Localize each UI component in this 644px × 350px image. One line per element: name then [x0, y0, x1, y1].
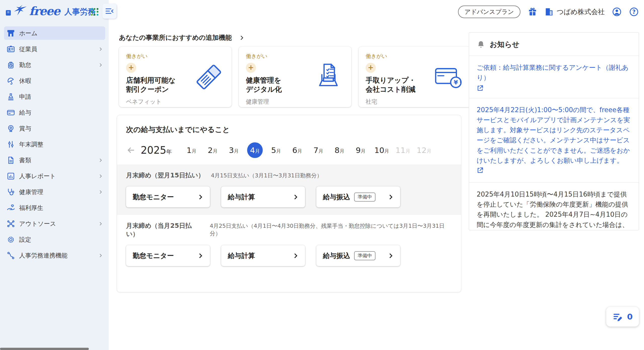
- chevron-right-icon: [293, 194, 298, 200]
- outsource-network-icon: [7, 219, 15, 228]
- salary-transfer-button[interactable]: 給与振込 準備中: [316, 245, 400, 266]
- salary-calculation-button[interactable]: 給与計算: [221, 186, 305, 207]
- sidebar-item-settings[interactable]: 設定: [4, 233, 105, 246]
- svg-text:?: ?: [632, 9, 635, 15]
- salary-calculation-button[interactable]: 給与計算: [221, 245, 305, 266]
- month-4-selected[interactable]: 4月: [247, 142, 263, 158]
- chevron-right-icon: [99, 158, 103, 162]
- recommend-title-text: あなたの事業所におすすめの追加機能: [119, 33, 232, 42]
- month-10[interactable]: 10月: [371, 142, 392, 158]
- sidebar-item-vacation[interactable]: 休暇: [4, 74, 105, 87]
- chevron-right-icon: [388, 194, 394, 200]
- building-icon: [545, 7, 554, 16]
- sidebar-item-home[interactable]: ホーム: [4, 26, 105, 40]
- health-stethoscope-icon: [7, 188, 15, 196]
- sidebar-item-hr-report[interactable]: 人事レポート: [4, 169, 105, 183]
- sidebar-nav: ホーム 従業員 勤怠 休暇 申請 給与: [4, 26, 105, 265]
- attendance-monitor-button[interactable]: 勤怠モニター: [126, 186, 210, 207]
- wallet-yen-icon: ¥: [432, 60, 465, 93]
- sidebar-item-attendance[interactable]: 勤怠: [4, 58, 105, 72]
- month-selector: 2025年 1月 2月 3月 4月 5月 6月 7月 8月 9月 10月 11月…: [126, 142, 452, 158]
- year-end-adjustment-icon: [7, 140, 15, 149]
- card-housing[interactable]: 働きがい + 手取りアップ・会社コスト削減 社宅 ¥: [359, 47, 471, 107]
- status-badge: 準備中: [354, 251, 375, 260]
- sidebar-item-outsource[interactable]: アウトソース: [4, 217, 105, 230]
- application-stamp-icon: [7, 92, 15, 101]
- collapse-menu-icon: [105, 8, 113, 14]
- notices-title: お知らせ: [490, 40, 519, 50]
- notice-item-survey[interactable]: ご依頼：給与計算業務に関するアンケート（謝礼あり）: [469, 56, 639, 98]
- chevron-right-icon: [99, 253, 103, 258]
- sidebar-item-integration[interactable]: 人事労務連携機能: [4, 249, 105, 262]
- recommend-cards: 働きがい + 店舗利用可能な割引クーポン ベネフィット 働きがい + 健康管理を…: [119, 47, 471, 107]
- salary-transfer-button[interactable]: 給与振込 準備中: [316, 186, 400, 207]
- task-count: 0: [627, 312, 633, 322]
- freee-hr-dashboard: freee 人事労務 ホーム 従業員 勤怠 休暇: [0, 0, 644, 350]
- documents-icon: [7, 156, 15, 165]
- account-icon[interactable]: [612, 7, 622, 17]
- svg-text:¥: ¥: [454, 79, 458, 86]
- sidebar-item-application[interactable]: 申請: [4, 90, 105, 103]
- health-digital-icon: [312, 60, 345, 93]
- gift-icon[interactable]: [527, 7, 538, 17]
- integration-link-icon: [7, 251, 15, 260]
- task-list-floating-button[interactable]: 0: [606, 307, 639, 327]
- apps-grid-icon[interactable]: [91, 8, 98, 16]
- chevron-right-icon: [99, 190, 103, 194]
- month-8[interactable]: 8月: [329, 142, 350, 158]
- app-logo[interactable]: freee 人事労務: [5, 5, 96, 18]
- salary-card-icon: [7, 108, 15, 117]
- welfare-hand-heart-icon: [7, 204, 15, 212]
- attendance-monitor-button[interactable]: 勤怠モニター: [126, 245, 210, 266]
- card-coupon[interactable]: 働きがい + 店舗利用可能な割引クーポン ベネフィット: [119, 47, 232, 107]
- month-2[interactable]: 2月: [202, 142, 223, 158]
- chevron-right-icon: [99, 63, 103, 67]
- month-1[interactable]: 1月: [181, 142, 202, 158]
- notices-panel: お知らせ ご依頼：給与計算業務に関するアンケート（謝礼あり） 2025年4月22…: [469, 32, 639, 230]
- year-label: 2025年: [141, 144, 172, 156]
- home-icon: [7, 29, 15, 38]
- card-health-digital[interactable]: 働きがい + 健康管理をデジタル化 健康管理: [239, 47, 351, 107]
- month-7[interactable]: 7月: [308, 142, 329, 158]
- sidebar-item-welfare[interactable]: 福利厚生: [4, 201, 105, 214]
- plus-icon: +: [126, 63, 136, 73]
- chevron-right-icon: [99, 47, 103, 51]
- month-6[interactable]: 6月: [287, 142, 308, 158]
- sidebar-item-employees[interactable]: 従業員: [4, 42, 105, 56]
- header-actions: アドバンスプラン つばめ株式会社 ?: [458, 6, 639, 18]
- month-3[interactable]: 3月: [223, 142, 244, 158]
- sidebar-collapse-button[interactable]: [102, 4, 117, 19]
- sidebar-item-bonus[interactable]: 賞与: [4, 122, 105, 135]
- chevron-right-icon: [198, 194, 203, 200]
- sidebar-item-documents[interactable]: 書類: [4, 153, 105, 167]
- plan-badge[interactable]: アドバンスプラン: [458, 6, 521, 18]
- chevron-right-icon: [388, 253, 394, 259]
- sidebar-item-health[interactable]: 健康管理: [4, 185, 105, 199]
- month-9[interactable]: 9月: [350, 142, 371, 158]
- sidebar-item-year-end-adjustment[interactable]: 年末調整: [4, 138, 105, 151]
- booklet-icon: [5, 9, 12, 17]
- horizontal-scrollbar[interactable]: [0, 348, 89, 350]
- status-badge: 準備中: [354, 193, 375, 202]
- chevron-right-icon: [293, 253, 298, 259]
- external-link-icon: [477, 167, 484, 174]
- recommend-section-link[interactable]: あなたの事業所におすすめの追加機能: [119, 33, 244, 42]
- notice-item-maintenance[interactable]: 2025年4月22日(火)1:00〜5:00の間で、freee各種サービスとモバ…: [469, 98, 639, 182]
- previous-months-arrow[interactable]: [126, 145, 136, 155]
- month-5[interactable]: 5月: [266, 142, 287, 158]
- attendance-icon: [7, 61, 15, 69]
- chevron-right-icon: [198, 253, 203, 259]
- sidebar-item-salary[interactable]: 給与: [4, 106, 105, 119]
- sidebar: freee 人事労務 ホーム 従業員 勤怠 休暇: [0, 0, 109, 350]
- task-list-pencil-icon: [613, 311, 623, 322]
- hr-report-icon: [7, 172, 15, 180]
- external-link-icon: [477, 84, 484, 91]
- plus-icon: +: [246, 63, 256, 73]
- notice-item-labor-insurance: 2025年4月10日15時頃〜4月15日16時頃まで提供を停止していた「労働保険…: [469, 182, 639, 230]
- gear-icon: [7, 235, 15, 244]
- bell-icon: [477, 40, 485, 49]
- bonus-medal-icon: [7, 124, 15, 133]
- help-icon[interactable]: ?: [629, 7, 639, 17]
- company-switcher[interactable]: つばめ株式会社: [545, 7, 605, 16]
- month-12-disabled: 12月: [413, 142, 435, 158]
